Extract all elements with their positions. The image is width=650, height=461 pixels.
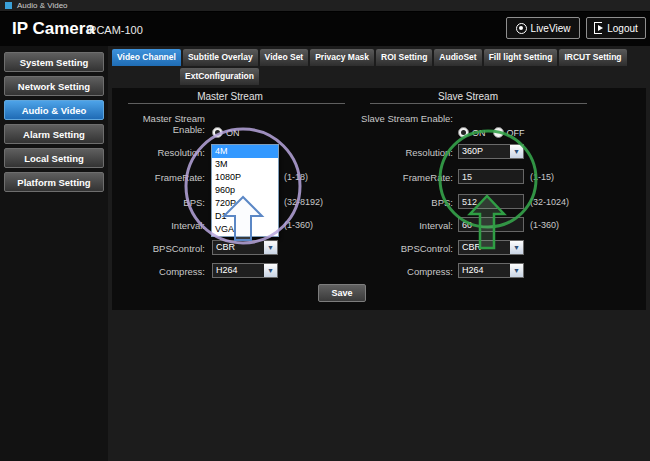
device-model: IPCAM-100: [86, 24, 143, 36]
master-resolution-dropdown-list: 4M 3M 1080P 960p 720P D1 VGA: [211, 144, 279, 237]
tab-privacy-mask[interactable]: Privacy Mask: [310, 49, 374, 66]
resolution-option[interactable]: 720P: [212, 197, 278, 210]
tab-roi-setting[interactable]: ROI Setting: [376, 49, 432, 66]
master-bps-label: BPS:: [110, 197, 205, 208]
master-enable-on-radio[interactable]: [212, 127, 223, 138]
slave-interval-input[interactable]: [458, 217, 524, 232]
dropdown-arrow-icon[interactable]: [510, 145, 523, 158]
slave-enable-label: Slave Stream Enable:: [358, 113, 453, 124]
settings-tab-bar: Video Channel Subtitle Overlay Video Set…: [112, 49, 649, 66]
master-resolution-label: Resolution:: [110, 147, 205, 158]
resolution-option[interactable]: 3M: [212, 158, 278, 171]
liveview-icon: [516, 23, 527, 34]
liveview-button[interactable]: LiveView: [506, 17, 580, 39]
master-interval-hint: (1-360): [284, 220, 313, 230]
slave-bps-input[interactable]: [458, 194, 524, 209]
master-compress-select[interactable]: H264: [212, 263, 278, 278]
slave-resolution-value: 360P: [462, 146, 483, 156]
slave-enable-off-label: OFF: [507, 128, 525, 138]
resolution-option[interactable]: 4M: [212, 145, 278, 158]
master-bpscontrol-select[interactable]: CBR: [212, 240, 278, 255]
resolution-option[interactable]: D1: [212, 210, 278, 223]
master-section-divider: [128, 103, 345, 104]
sidebar-item-system-setting[interactable]: System Setting: [4, 52, 104, 72]
slave-enable-on-label: ON: [472, 128, 486, 138]
slave-section-divider: [370, 103, 587, 104]
sidebar-item-platform-setting[interactable]: Platform Setting: [4, 172, 104, 192]
slave-resolution-label: Resolution:: [358, 147, 453, 158]
dropdown-arrow-icon[interactable]: [510, 241, 523, 254]
brand-logo: IP Camera: [12, 19, 95, 39]
slave-compress-select[interactable]: H264: [458, 263, 524, 278]
resolution-option[interactable]: 1080P: [212, 171, 278, 184]
logout-button[interactable]: Logout: [586, 17, 646, 39]
slave-framerate-hint: (1-15): [530, 172, 554, 182]
sidebar-item-alarm-setting[interactable]: Alarm Setting: [4, 124, 104, 144]
master-bpscontrol-label: BPSControl:: [110, 243, 205, 254]
slave-bpscontrol-value: CBR: [462, 242, 481, 252]
slave-interval-hint: (1-360): [530, 220, 559, 230]
tab-extconfiguration[interactable]: ExtConfiguration: [180, 68, 259, 85]
master-interval-label: Interval:: [110, 220, 205, 231]
dropdown-arrow-icon[interactable]: [264, 264, 277, 277]
dropdown-arrow-icon[interactable]: [510, 264, 523, 277]
slave-enable-radio-group: ONOFF: [458, 123, 532, 141]
logout-label: Logout: [607, 23, 638, 34]
slave-stream-title: Slave Stream: [368, 91, 568, 102]
master-framerate-hint: (1-18): [284, 172, 308, 182]
slave-bpscontrol-label: BPSControl:: [358, 243, 453, 254]
resolution-option[interactable]: 960p: [212, 184, 278, 197]
sidebar: System Setting Network Setting Audio & V…: [0, 46, 108, 461]
master-compress-value: H264: [216, 265, 238, 275]
resolution-option[interactable]: VGA: [212, 223, 278, 236]
slave-enable-on-radio[interactable]: [458, 127, 469, 138]
logout-icon: [594, 22, 602, 34]
master-bpscontrol-value: CBR: [216, 242, 235, 252]
save-button[interactable]: Save: [318, 284, 366, 302]
slave-resolution-select[interactable]: 360P: [458, 144, 524, 159]
slave-bps-label: BPS:: [358, 197, 453, 208]
sidebar-item-local-setting[interactable]: Local Setting: [4, 148, 104, 168]
liveview-label: LiveView: [531, 23, 571, 34]
slave-framerate-label: FrameRate:: [358, 172, 453, 183]
slave-compress-label: Compress:: [358, 266, 453, 277]
tab-video-set[interactable]: Video Set: [260, 49, 309, 66]
dropdown-arrow-icon[interactable]: [264, 241, 277, 254]
slave-bpscontrol-select[interactable]: CBR: [458, 240, 524, 255]
sidebar-item-audio-video[interactable]: Audio & Video: [4, 100, 104, 120]
master-bps-hint: (32-8192): [284, 197, 323, 207]
master-enable-label: Master Stream Enable:: [110, 113, 205, 135]
slave-enable-off-radio[interactable]: [493, 127, 504, 138]
browser-tab-bar: Audio & Video: [0, 0, 650, 12]
tab-video-channel[interactable]: Video Channel: [112, 49, 181, 66]
slave-compress-value: H264: [462, 265, 484, 275]
page-favicon-icon: [5, 2, 12, 9]
slave-framerate-input[interactable]: [458, 169, 524, 184]
app-root: Audio & Video IP Camera IPCAM-100 LiveVi…: [0, 0, 650, 461]
tab-subtitle-overlay[interactable]: Subtitle Overlay: [183, 49, 258, 66]
settings-tab-bar-row2: ExtConfiguration: [180, 68, 259, 85]
master-framerate-label: FrameRate:: [110, 172, 205, 183]
app-header: IP Camera IPCAM-100 LiveView Logout: [0, 12, 650, 46]
master-stream-title: Master Stream: [130, 91, 330, 102]
master-compress-label: Compress:: [110, 266, 205, 277]
sidebar-item-network-setting[interactable]: Network Setting: [4, 76, 104, 96]
tab-audioset[interactable]: AudioSet: [434, 49, 481, 66]
slave-interval-label: Interval:: [358, 220, 453, 231]
master-enable-on-label: ON: [226, 128, 240, 138]
tab-fill-light-setting[interactable]: Fill light Setting: [484, 49, 558, 66]
master-enable-radio-group: ON: [212, 123, 247, 141]
slave-bps-hint: (32-1024): [530, 197, 569, 207]
tab-ircut-setting[interactable]: IRCUT Setting: [559, 49, 626, 66]
browser-tab-title: Audio & Video: [17, 1, 68, 10]
